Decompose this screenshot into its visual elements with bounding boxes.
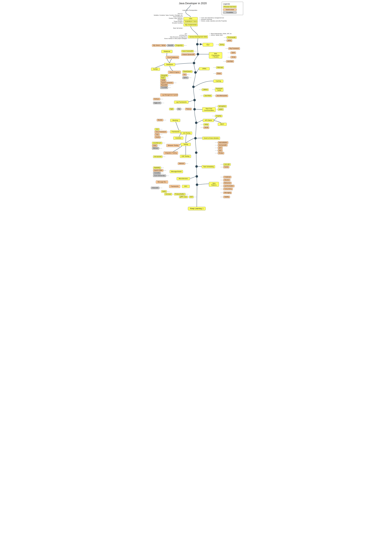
leaf: Sentry.io <box>153 98 160 100</box>
node-sql-fund: SQL fundamentals <box>183 23 198 26</box>
note: Scrum, Kanban or other project strategie… <box>159 38 187 39</box>
page-title: Java Developer in 2020 <box>179 2 207 5</box>
node-cli: CLI <box>203 43 213 46</box>
leaf: PostgreSQL <box>175 44 184 47</box>
leaf: TinyLog <box>185 108 192 110</box>
svg-point-4 <box>192 86 195 88</box>
leaf: ElasticSearch <box>182 70 192 73</box>
node-spark: Spark <box>231 52 236 54</box>
leaf: SQL Server <box>152 44 161 47</box>
legend-must-know: Personal must know <box>223 6 237 8</box>
note: Thread, Routine <box>154 21 182 22</box>
leaf: RabbitMQ <box>153 167 161 169</box>
node-caching: Caching <box>213 80 223 83</box>
leaf: loggly.com <box>153 102 161 104</box>
leaf: Messaging <box>223 192 232 194</box>
node-e2e: E2E Testing <box>180 155 191 158</box>
svg-point-0 <box>196 43 199 45</box>
note: Pointers, Class, Methods <box>154 18 182 19</box>
svg-point-3 <box>194 71 197 74</box>
label: Java Patterns <box>211 182 217 186</box>
node-testing: Testing <box>181 143 191 146</box>
node-jcommander: JCommander <box>227 36 237 39</box>
note: Data Structures and Algorithms <box>159 36 187 38</box>
leaf: bouncycastle <box>218 144 228 147</box>
leaf: Zap <box>177 108 181 110</box>
node-msg-broker: Message-Broker <box>170 170 183 173</box>
leaf: okhttp <box>203 123 209 126</box>
leaf: thrift <box>189 196 194 198</box>
leaf: Azure CosmosDB <box>181 50 194 52</box>
node-log-frameworks: Log Frameworks <box>174 101 189 104</box>
node-gtk: Good to Know Libraries <box>202 137 220 140</box>
leaf: log4j <box>169 108 174 110</box>
node-micro: MicroServices <box>177 177 190 180</box>
note: SOLID, YAGNI, KISS <box>211 35 223 36</box>
svg-point-2 <box>193 62 195 64</box>
leaf: Aurora <box>223 166 229 168</box>
note: Basic Authentication, OAuth, JWT, etc <box>211 33 232 35</box>
svg-point-8 <box>194 137 197 140</box>
legend: Legends Personal must know Good to know … <box>222 2 243 15</box>
node-msg-bus: Message-Bus <box>156 181 168 183</box>
leaf: Structrul <box>223 179 230 181</box>
node-databases: Databases <box>164 63 175 66</box>
leaf: cukes <box>152 144 157 147</box>
leaf: synchronization <box>223 185 234 187</box>
node-behavior: Behavior Testing <box>166 144 180 147</box>
prerequisites-label: Learn the Prerequisites <box>182 9 197 11</box>
label: Real-Time Communication <box>204 108 214 111</box>
node-nanohttpd: nanohttpd <box>226 60 234 63</box>
note: Basic Sql Syntax <box>154 28 182 29</box>
leaf: CouchDB <box>160 86 168 89</box>
leaf: atmosphere <box>218 105 227 107</box>
node-patterns: Java Patterns <box>209 182 219 187</box>
leaf: ActiveMQ <box>153 172 161 174</box>
node-relational: Relational <box>161 50 172 53</box>
leaf: Selenium <box>178 162 185 165</box>
node-mocking: Mocking <box>170 119 180 122</box>
node-ms-frameworks: Frameworks <box>169 185 180 188</box>
leaf: retrofit <box>203 126 209 129</box>
leaf: gRPC-Java <box>179 196 188 198</box>
leaf: Citrus Framework <box>154 131 167 133</box>
node-java: Java <box>183 17 198 20</box>
leaf: JBehave <box>152 147 159 149</box>
svg-point-12 <box>196 183 198 186</box>
leaf: cucumber-jvm <box>152 142 162 144</box>
leaf: micronaut <box>164 193 172 196</box>
leaf: Protocol Buffers <box>174 193 185 196</box>
node-gds: General Development Skills <box>188 35 208 38</box>
leaf: GraphQL <box>215 115 223 117</box>
svg-point-11 <box>196 175 198 178</box>
note: GIT <box>159 33 187 35</box>
node-spring: Spring <box>219 43 225 46</box>
svg-point-5 <box>193 99 196 101</box>
leaf: Amazon DynamoDB <box>181 53 195 56</box>
leaf: MariaDB <box>167 44 174 47</box>
note: Interface <box>154 19 182 21</box>
leaf: Sphinx <box>182 77 189 79</box>
legend-good-to-know: Good to know <box>223 8 237 11</box>
node-airline: airline <box>227 39 232 42</box>
leaf: rest-assured <box>153 155 162 158</box>
leaf: Apache Cassandra <box>160 82 174 84</box>
leaf: beanvalidation <box>218 141 228 144</box>
legend-possibilities: Possibilities <box>223 11 237 14</box>
note: Version, scripts, repository and other P… <box>201 20 227 22</box>
svg-point-10 <box>195 165 198 168</box>
node-keep-learning: Keep Learning :) <box>188 207 206 210</box>
svg-point-1 <box>197 53 199 56</box>
leaf: Creational <box>223 176 231 178</box>
node-orms: ORMs <box>199 67 210 70</box>
leaf: Mockito <box>157 119 163 121</box>
leaf: RxJava <box>218 152 224 154</box>
note: Learn Java dependency management tool <box>201 17 224 19</box>
leaf: Stability <box>223 196 230 198</box>
leaf: MySql <box>161 44 166 47</box>
legend-title: Legends <box>223 3 242 5</box>
leaf: Truth <box>154 133 160 136</box>
node-rest: REST <box>218 123 227 126</box>
node-unit-testing: Unit Testing <box>181 132 192 135</box>
label: Web Frameworks + Routers <box>212 53 220 58</box>
